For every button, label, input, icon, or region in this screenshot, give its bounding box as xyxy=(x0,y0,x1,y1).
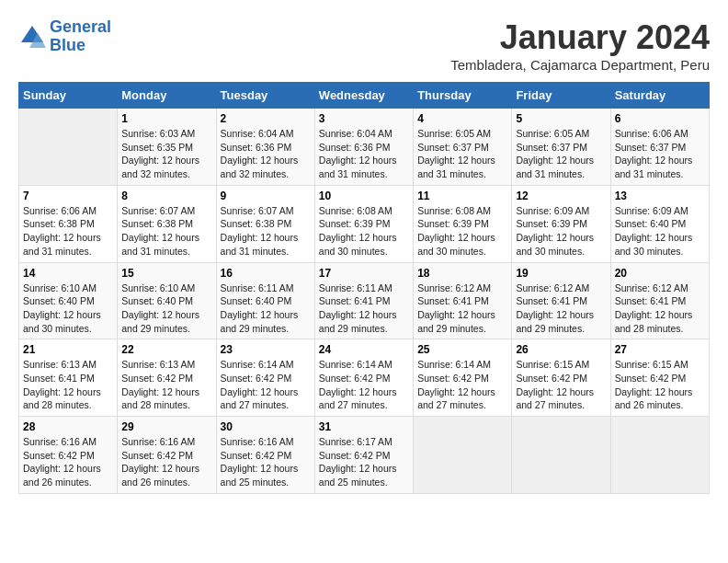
calendar-cell: 6Sunrise: 6:06 AM Sunset: 6:37 PM Daylig… xyxy=(610,109,709,186)
weekday-header-saturday: Saturday xyxy=(610,83,709,109)
calendar-cell xyxy=(610,417,709,494)
day-info: Sunrise: 6:10 AM Sunset: 6:40 PM Dayligh… xyxy=(23,282,113,336)
day-number: 6 xyxy=(615,112,705,125)
day-info: Sunrise: 6:09 AM Sunset: 6:40 PM Dayligh… xyxy=(615,204,705,259)
day-info: Sunrise: 6:16 AM Sunset: 6:42 PM Dayligh… xyxy=(23,435,113,489)
day-info: Sunrise: 6:04 AM Sunset: 6:36 PM Dayligh… xyxy=(319,127,409,181)
calendar-cell: 27Sunrise: 6:15 AM Sunset: 6:42 PM Dayli… xyxy=(610,339,709,417)
day-number: 28 xyxy=(23,420,113,433)
calendar-cell: 21Sunrise: 6:13 AM Sunset: 6:41 PM Dayli… xyxy=(19,339,118,417)
day-info: Sunrise: 6:11 AM Sunset: 6:40 PM Dayligh… xyxy=(221,282,311,336)
calendar-cell: 10Sunrise: 6:08 AM Sunset: 6:39 PM Dayli… xyxy=(314,185,413,262)
day-info: Sunrise: 6:16 AM Sunset: 6:42 PM Dayligh… xyxy=(221,435,311,489)
day-number: 29 xyxy=(121,420,211,433)
calendar-cell xyxy=(512,417,610,494)
day-info: Sunrise: 6:16 AM Sunset: 6:42 PM Dayligh… xyxy=(121,435,211,489)
weekday-header-friday: Friday xyxy=(512,83,610,109)
day-info: Sunrise: 6:09 AM Sunset: 6:39 PM Dayligh… xyxy=(516,204,606,259)
day-number: 22 xyxy=(121,343,211,356)
title-area: January 2024 Tembladera, Cajamarca Depar… xyxy=(450,18,710,73)
day-info: Sunrise: 6:05 AM Sunset: 6:37 PM Dayligh… xyxy=(417,127,507,181)
header: General Blue January 2024 Tembladera, Ca… xyxy=(18,18,710,73)
day-info: Sunrise: 6:14 AM Sunset: 6:42 PM Dayligh… xyxy=(417,358,507,412)
calendar-cell: 19Sunrise: 6:12 AM Sunset: 6:41 PM Dayli… xyxy=(512,262,610,339)
day-info: Sunrise: 6:05 AM Sunset: 6:37 PM Dayligh… xyxy=(516,127,606,181)
calendar-cell: 7Sunrise: 6:06 AM Sunset: 6:38 PM Daylig… xyxy=(19,185,118,262)
page-title: January 2024 xyxy=(450,18,710,57)
day-number: 1 xyxy=(121,112,211,125)
day-number: 20 xyxy=(615,267,705,280)
calendar-cell: 30Sunrise: 6:16 AM Sunset: 6:42 PM Dayli… xyxy=(216,417,314,494)
calendar-cell: 18Sunrise: 6:12 AM Sunset: 6:41 PM Dayli… xyxy=(414,262,512,339)
calendar-header-row: SundayMondayTuesdayWednesdayThursdayFrid… xyxy=(19,83,710,109)
day-number: 9 xyxy=(221,190,311,202)
day-info: Sunrise: 6:07 AM Sunset: 6:38 PM Dayligh… xyxy=(121,204,211,259)
day-number: 24 xyxy=(319,343,409,356)
calendar-cell xyxy=(19,109,118,186)
day-info: Sunrise: 6:15 AM Sunset: 6:42 PM Dayligh… xyxy=(516,358,606,412)
day-number: 30 xyxy=(221,420,311,433)
calendar-cell: 8Sunrise: 6:07 AM Sunset: 6:38 PM Daylig… xyxy=(118,185,216,262)
day-number: 7 xyxy=(23,190,113,202)
calendar-cell: 17Sunrise: 6:11 AM Sunset: 6:41 PM Dayli… xyxy=(314,262,413,339)
day-info: Sunrise: 6:12 AM Sunset: 6:41 PM Dayligh… xyxy=(417,282,507,336)
page-container: General Blue January 2024 Tembladera, Ca… xyxy=(18,18,710,494)
day-number: 2 xyxy=(221,112,311,125)
day-info: Sunrise: 6:06 AM Sunset: 6:37 PM Dayligh… xyxy=(615,127,705,181)
day-number: 21 xyxy=(23,343,113,356)
calendar-cell: 5Sunrise: 6:05 AM Sunset: 6:37 PM Daylig… xyxy=(512,109,610,186)
day-number: 4 xyxy=(417,112,507,125)
calendar-cell: 3Sunrise: 6:04 AM Sunset: 6:36 PM Daylig… xyxy=(314,109,413,186)
calendar-cell: 14Sunrise: 6:10 AM Sunset: 6:40 PM Dayli… xyxy=(19,262,118,339)
day-info: Sunrise: 6:06 AM Sunset: 6:38 PM Dayligh… xyxy=(23,204,113,259)
day-number: 19 xyxy=(516,267,606,280)
calendar-cell: 16Sunrise: 6:11 AM Sunset: 6:40 PM Dayli… xyxy=(216,262,314,339)
day-info: Sunrise: 6:13 AM Sunset: 6:41 PM Dayligh… xyxy=(23,358,113,412)
calendar-cell: 25Sunrise: 6:14 AM Sunset: 6:42 PM Dayli… xyxy=(414,339,512,417)
day-info: Sunrise: 6:07 AM Sunset: 6:38 PM Dayligh… xyxy=(221,204,311,259)
day-info: Sunrise: 6:08 AM Sunset: 6:39 PM Dayligh… xyxy=(417,204,507,259)
logo-blue: Blue xyxy=(50,36,85,54)
day-info: Sunrise: 6:03 AM Sunset: 6:35 PM Dayligh… xyxy=(121,127,211,181)
day-info: Sunrise: 6:15 AM Sunset: 6:42 PM Dayligh… xyxy=(615,358,705,412)
calendar-cell xyxy=(414,417,512,494)
day-number: 15 xyxy=(121,267,211,280)
calendar-cell: 24Sunrise: 6:14 AM Sunset: 6:42 PM Dayli… xyxy=(314,339,413,417)
day-info: Sunrise: 6:12 AM Sunset: 6:41 PM Dayligh… xyxy=(615,282,705,336)
calendar-cell: 13Sunrise: 6:09 AM Sunset: 6:40 PM Dayli… xyxy=(610,185,709,262)
day-number: 8 xyxy=(121,190,211,202)
day-info: Sunrise: 6:14 AM Sunset: 6:42 PM Dayligh… xyxy=(221,358,311,412)
day-number: 25 xyxy=(417,343,507,356)
logo-icon xyxy=(18,23,46,51)
weekday-header-tuesday: Tuesday xyxy=(216,83,314,109)
day-number: 17 xyxy=(319,267,409,280)
day-number: 23 xyxy=(221,343,311,356)
day-number: 31 xyxy=(319,420,409,433)
logo-general: General xyxy=(50,17,111,36)
day-number: 11 xyxy=(417,190,507,202)
day-info: Sunrise: 6:14 AM Sunset: 6:42 PM Dayligh… xyxy=(319,358,409,412)
calendar-cell: 9Sunrise: 6:07 AM Sunset: 6:38 PM Daylig… xyxy=(216,185,314,262)
day-info: Sunrise: 6:12 AM Sunset: 6:41 PM Dayligh… xyxy=(516,282,606,336)
weekday-header-sunday: Sunday xyxy=(19,83,118,109)
calendar-cell: 20Sunrise: 6:12 AM Sunset: 6:41 PM Dayli… xyxy=(610,262,709,339)
calendar-week-row: 1Sunrise: 6:03 AM Sunset: 6:35 PM Daylig… xyxy=(19,109,710,186)
calendar-cell: 1Sunrise: 6:03 AM Sunset: 6:35 PM Daylig… xyxy=(118,109,216,186)
day-number: 18 xyxy=(417,267,507,280)
calendar-cell: 15Sunrise: 6:10 AM Sunset: 6:40 PM Dayli… xyxy=(118,262,216,339)
calendar-cell: 31Sunrise: 6:17 AM Sunset: 6:42 PM Dayli… xyxy=(314,417,413,494)
day-number: 16 xyxy=(221,267,311,280)
day-number: 5 xyxy=(516,112,606,125)
day-info: Sunrise: 6:13 AM Sunset: 6:42 PM Dayligh… xyxy=(121,358,211,412)
calendar-week-row: 14Sunrise: 6:10 AM Sunset: 6:40 PM Dayli… xyxy=(19,262,710,339)
day-info: Sunrise: 6:10 AM Sunset: 6:40 PM Dayligh… xyxy=(121,282,211,336)
day-info: Sunrise: 6:17 AM Sunset: 6:42 PM Dayligh… xyxy=(319,435,409,489)
weekday-header-monday: Monday xyxy=(118,83,216,109)
calendar-cell: 23Sunrise: 6:14 AM Sunset: 6:42 PM Dayli… xyxy=(216,339,314,417)
calendar-cell: 29Sunrise: 6:16 AM Sunset: 6:42 PM Dayli… xyxy=(118,417,216,494)
day-number: 27 xyxy=(615,343,705,356)
day-info: Sunrise: 6:11 AM Sunset: 6:41 PM Dayligh… xyxy=(319,282,409,336)
weekday-header-wednesday: Wednesday xyxy=(314,83,413,109)
day-number: 13 xyxy=(615,190,705,202)
logo: General Blue xyxy=(18,18,111,55)
